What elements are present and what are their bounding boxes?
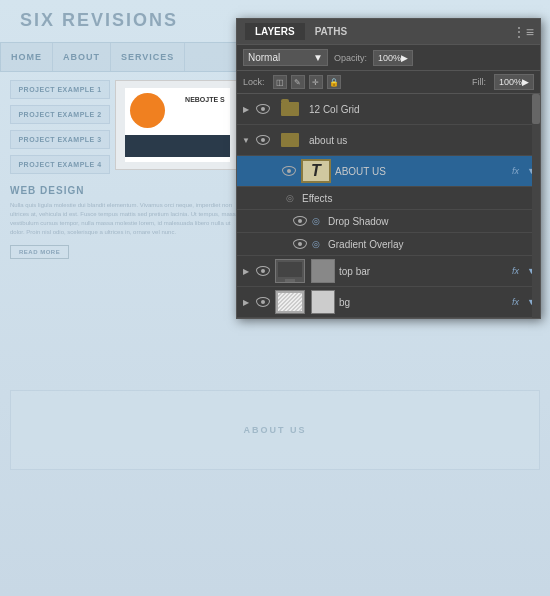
read-more-button[interactable]: READ MORE	[10, 245, 69, 259]
visibility-toggle[interactable]	[255, 132, 271, 148]
web-section-text: Nulla quis ligula molestie dui blandit e…	[10, 201, 240, 237]
lock-all[interactable]: 🔒	[327, 75, 341, 89]
layer-color-swatch	[311, 259, 335, 283]
effect-name-drop: Drop Shadow	[328, 216, 536, 227]
opacity-val: 100%	[378, 53, 401, 63]
blend-mode-value: Normal	[248, 52, 280, 63]
bg-color-swatch	[311, 290, 335, 314]
lock-image[interactable]: ✎	[291, 75, 305, 89]
eye-icon	[293, 216, 307, 226]
layer-name-top-bar: top bar	[339, 266, 508, 277]
sidebar: PROJECT EXAMPLE 1 PROJECT EXAMPLE 2 PROJ…	[10, 80, 110, 174]
sidebar-item-4[interactable]: PROJECT EXAMPLE 4	[10, 155, 110, 174]
effect-gradient-overlay[interactable]: ◎ Gradient Overlay	[237, 233, 540, 256]
lock-transparency[interactable]: ◫	[273, 75, 287, 89]
site-header: SIX REVISIONS	[0, 0, 240, 40]
lock-row: Lock: ◫ ✎ ✛ 🔒 Fill: 100% ▶	[237, 71, 540, 94]
expand-arrow-top-bar[interactable]: ▶	[241, 267, 251, 276]
expand-icon[interactable]: ▶	[241, 105, 251, 114]
visibility-bg[interactable]	[255, 294, 271, 310]
eye-icon	[256, 266, 270, 276]
fill-label: Fill:	[472, 77, 486, 87]
site-title: SIX REVISIONS	[20, 10, 178, 31]
effect-name-gradient: Gradient Overlay	[328, 239, 536, 250]
fill-arrow: ▶	[522, 77, 529, 87]
effect-icon-drop: ◎	[312, 216, 320, 226]
layer-top-bar[interactable]: ▶ top bar fx ▼	[237, 256, 540, 287]
scrollbar-thumb[interactable]	[532, 94, 540, 124]
expand-arrow-bg[interactable]: ▶	[241, 298, 251, 307]
layer-name-text: ABOUT US	[335, 166, 508, 177]
visibility-top-bar[interactable]	[255, 263, 271, 279]
nav-services[interactable]: SERVICES	[111, 43, 185, 71]
visibility-toggle-text[interactable]	[281, 163, 297, 179]
panel-menu-icon[interactable]: ⋮≡	[512, 24, 534, 40]
site-nav: HOME ABOUT SERVICES	[0, 42, 240, 72]
effects-group[interactable]: ◎ Effects	[237, 187, 540, 210]
layer-bg[interactable]: ▶ bg fx ▼	[237, 287, 540, 318]
layer-name-bg: bg	[339, 297, 508, 308]
tab-layers[interactable]: LAYERS	[245, 23, 305, 40]
layer-about-us-text[interactable]: T ABOUT US fx ▼	[237, 156, 540, 187]
blend-mode-select[interactable]: Normal ▼	[243, 49, 328, 66]
photoshop-panel: LAYERS PATHS ⋮≡ Normal ▼ Opacity: 100% ▶…	[236, 18, 541, 319]
layers-panel: ▶ 12 Col Grid ▼ about us	[237, 94, 540, 318]
effect-icon-gradient: ◎	[312, 239, 320, 249]
eye-icon	[256, 297, 270, 307]
web-design-section: WEB DESIGN Nulla quis ligula molestie du…	[10, 185, 240, 259]
layer-name: 12 Col Grid	[309, 104, 536, 115]
panel-header: LAYERS PATHS ⋮≡	[237, 19, 540, 45]
thumb-brand-text: NEBOJTE S	[185, 96, 225, 103]
blend-toolbar: Normal ▼ Opacity: 100% ▶	[237, 45, 540, 71]
eye-icon	[256, 104, 270, 114]
nav-about[interactable]: ABOUT	[53, 43, 111, 71]
eye-icon	[293, 239, 307, 249]
tab-paths[interactable]: PATHS	[305, 23, 357, 40]
portfolio-thumbnail: NEBOJTE S	[115, 80, 240, 170]
web-section-title: WEB DESIGN	[10, 185, 240, 196]
text-layer-thumb: T	[301, 159, 331, 183]
effects-label: Effects	[302, 193, 536, 204]
effect-drop-shadow[interactable]: ◎ Drop Shadow	[237, 210, 540, 233]
visibility-toggle[interactable]	[255, 101, 271, 117]
lock-label: Lock:	[243, 77, 265, 87]
monitor-thumb-top-bar	[275, 259, 305, 283]
opacity-arrow: ▶	[401, 53, 408, 63]
folder-thumb-about	[275, 128, 305, 152]
lock-position[interactable]: ✛	[309, 75, 323, 89]
opacity-input[interactable]: 100% ▶	[373, 50, 413, 66]
fx-label-bg: fx	[512, 297, 519, 307]
about-section-title: ABOUT US	[244, 425, 307, 435]
sidebar-item-1[interactable]: PROJECT EXAMPLE 1	[10, 80, 110, 99]
layer-name-about: about us	[309, 135, 536, 146]
expand-icon[interactable]: ▼	[241, 136, 251, 145]
panel-menu-lines: ⋮≡	[512, 24, 534, 40]
sidebar-item-2[interactable]: PROJECT EXAMPLE 2	[10, 105, 110, 124]
thumb-footer	[125, 135, 230, 157]
sidebar-item-3[interactable]: PROJECT EXAMPLE 3	[10, 130, 110, 149]
about-section: ABOUT US	[10, 390, 540, 470]
eye-icon	[256, 135, 270, 145]
fx-label: fx	[512, 166, 519, 176]
effects-icon: ◎	[286, 193, 294, 203]
thumb-logo	[130, 93, 165, 128]
fx-label-top-bar: fx	[512, 266, 519, 276]
visibility-toggle-effects[interactable]: ◎	[282, 190, 298, 206]
visibility-gradient[interactable]	[292, 236, 308, 252]
folder-thumb	[275, 97, 305, 121]
eye-icon	[282, 166, 296, 176]
opacity-label: Opacity:	[334, 53, 367, 63]
bg-thumb	[275, 290, 305, 314]
visibility-drop-shadow[interactable]	[292, 213, 308, 229]
layer-12-col-grid[interactable]: ▶ 12 Col Grid	[237, 94, 540, 125]
scrollbar-track[interactable]	[532, 94, 540, 318]
blend-mode-arrow: ▼	[313, 52, 323, 63]
fill-input[interactable]: 100% ▶	[494, 74, 534, 90]
layer-about-us-folder[interactable]: ▼ about us	[237, 125, 540, 156]
nav-home[interactable]: HOME	[1, 43, 53, 71]
fill-val: 100%	[499, 77, 522, 87]
